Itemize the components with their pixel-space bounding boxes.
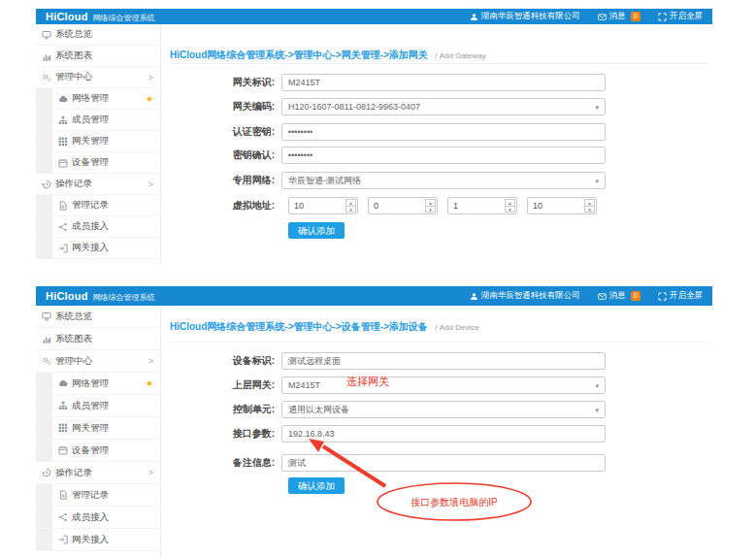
- sidebar-menu: 系统总览 系统图表 管理中心 > 网络管理 ★ 成员管理 网关管理 设备管理: [36, 24, 161, 265]
- fullscreen-toggle[interactable]: 开启全屏: [658, 290, 703, 302]
- sidebar-item-member-access[interactable]: 成员接入: [36, 216, 160, 238]
- spinner-up-button[interactable]: ▴: [585, 200, 594, 207]
- spinner-up-button[interactable]: ▴: [426, 200, 435, 207]
- sidebar-item-network-management[interactable]: 网络管理 ★: [36, 373, 160, 395]
- user-icon: [470, 292, 478, 301]
- sidebar-item-label: 网络管理: [72, 92, 109, 105]
- sidebar-item-device-management[interactable]: 设备管理: [36, 440, 160, 462]
- fullscreen-toggle[interactable]: 开启全屏: [658, 11, 703, 22]
- spinner-down-button[interactable]: ▾: [506, 207, 514, 213]
- fullscreen-label: 开启全屏: [670, 290, 703, 302]
- gateway-id-field[interactable]: [281, 74, 606, 91]
- sidebar-item-member-access[interactable]: 成员接入: [36, 507, 160, 529]
- sidebar-item-label: 操作记录: [55, 467, 92, 479]
- virtual-address-octet-3-field[interactable]: [448, 198, 504, 213]
- sidebar-item-gateway-management[interactable]: 网关管理: [36, 131, 160, 152]
- parent-gateway-select[interactable]: M2415T ▾: [281, 377, 606, 394]
- breadcrumb-path: HiCloud网络综合管理系统->管理中心->设备管理->添加设备: [170, 321, 428, 332]
- private-network-select[interactable]: 华辰智通-测试网络 ▾: [281, 172, 606, 189]
- top-navbar: HiCloud 网络综合管理系统 湖南华辰智通科技有限公司 消息 0 开启全屏: [36, 9, 712, 24]
- sidebar-item-management-center[interactable]: 管理中心 >: [36, 67, 160, 88]
- gears-icon: [42, 73, 51, 82]
- caret-down-icon: ▾: [595, 173, 599, 189]
- messages-menu[interactable]: 消息 0: [598, 11, 641, 22]
- control-unit-select[interactable]: 通用以太网设备 ▾: [281, 401, 606, 418]
- parent-gateway-value: M2415T: [288, 380, 320, 390]
- parent-gateway-label: 上层网关:: [172, 377, 275, 394]
- gears-icon: [42, 356, 51, 366]
- sidebar-item-label: 网络管理: [72, 377, 109, 390]
- gateway-id-label: 网关标识:: [172, 74, 275, 91]
- sidebar-item-label: 管理中心: [55, 355, 92, 368]
- sidebar-item-operation-log[interactable]: 操作记录 >: [36, 174, 160, 195]
- spinner-down-button[interactable]: ▾: [585, 207, 594, 213]
- interface-param-field[interactable]: [281, 425, 606, 442]
- calendar-icon: [58, 158, 68, 168]
- virtual-address-octet-4-field[interactable]: [528, 198, 583, 213]
- spinner-down-button[interactable]: ▾: [426, 207, 435, 213]
- sidebar-item-system-overview[interactable]: 系统总览: [36, 306, 160, 328]
- confirm-add-button[interactable]: 确认添加: [288, 222, 345, 239]
- virtual-address-octet-3: ▴▾: [447, 197, 517, 214]
- grid-icon: [58, 423, 68, 433]
- form-divider: [170, 63, 708, 64]
- bar-chart-icon: [42, 334, 51, 344]
- sidebar-item-member-management[interactable]: 成员管理: [36, 395, 160, 417]
- key-confirm-label: 密钥确认:: [172, 147, 275, 164]
- sidebar-item-system-charts[interactable]: 系统图表: [36, 328, 160, 350]
- account-menu[interactable]: 湖南华辰智通科技有限公司: [470, 290, 580, 302]
- gateway-code-select[interactable]: H120-1607-0811-0812-9963-0407 ▾: [281, 98, 606, 115]
- key-confirm-field[interactable]: [281, 147, 606, 164]
- caret-down-icon: ▾: [595, 377, 599, 394]
- interface-param-label: 接口参数:: [172, 425, 275, 442]
- history-icon: [42, 468, 51, 477]
- file-icon: [58, 201, 68, 211]
- virtual-address-octet-1-field[interactable]: [289, 198, 345, 213]
- gateway-code-label: 网关编码:: [172, 98, 275, 115]
- confirm-add-button[interactable]: 确认添加: [288, 477, 345, 494]
- breadcrumb-note: / Add Gateway: [435, 51, 485, 60]
- user-icon: [470, 13, 478, 21]
- virtual-address-octet-1: ▴▾: [288, 197, 358, 214]
- sidebar-item-operation-log[interactable]: 操作记录 >: [36, 462, 160, 484]
- spinner-buttons: ▴▾: [345, 199, 356, 213]
- fullscreen-label: 开启全屏: [670, 11, 703, 22]
- sidebar-item-system-overview[interactable]: 系统总览: [36, 24, 160, 46]
- sidebar-item-management-center[interactable]: 管理中心 >: [36, 350, 160, 373]
- spinner-up-button[interactable]: ▴: [506, 200, 514, 207]
- auth-key-field[interactable]: [281, 123, 606, 141]
- spinner-buttons: ▴▾: [584, 199, 595, 213]
- chevron-right-icon: >: [148, 468, 153, 477]
- sidebar-item-label: 系统总览: [55, 28, 92, 41]
- sidebar-item-gateway-access[interactable]: 网关接入: [36, 238, 160, 259]
- sign-in-icon: [58, 535, 68, 544]
- sidebar-item-gateway-access[interactable]: 网关接入: [36, 529, 160, 551]
- breadcrumb: HiCloud网络综合管理系统->管理中心->设备管理->添加设备 / Add …: [170, 316, 479, 334]
- envelope-icon: [598, 292, 607, 301]
- brand-logo[interactable]: HiCloud 网络综合管理系统: [46, 290, 155, 303]
- brand-logo[interactable]: HiCloud 网络综合管理系统: [46, 11, 155, 23]
- virtual-address-octet-2-field[interactable]: [369, 198, 424, 213]
- gateway-code-value: H120-1607-0811-0812-9963-0407: [288, 102, 420, 112]
- sidebar-item-member-management[interactable]: 成员管理: [36, 110, 160, 131]
- auth-key-label: 认证密钥:: [172, 123, 275, 141]
- messages-label: 消息: [609, 290, 626, 302]
- spinner-down-button[interactable]: ▾: [346, 207, 355, 213]
- cloud-icon: [58, 378, 68, 388]
- sidebar-item-system-charts[interactable]: 系统图表: [36, 46, 160, 67]
- messages-menu[interactable]: 消息 0: [598, 290, 641, 302]
- sidebar-item-label: 网关接入: [72, 534, 109, 546]
- messages-label: 消息: [609, 11, 626, 22]
- add-gateway-window: HiCloud 网络综合管理系统 湖南华辰智通科技有限公司 消息 0 开启全屏 …: [36, 9, 712, 265]
- sidebar-item-management-log[interactable]: 管理记录: [36, 195, 160, 216]
- sidebar-item-network-management[interactable]: 网络管理 ★: [36, 88, 160, 110]
- remark-field[interactable]: [281, 454, 606, 472]
- sidebar-item-management-log[interactable]: 管理记录: [36, 484, 160, 507]
- sidebar-item-device-management[interactable]: 设备管理: [36, 152, 160, 174]
- sidebar-item-gateway-management[interactable]: 网关管理: [36, 417, 160, 440]
- account-menu[interactable]: 湖南华辰智通科技有限公司: [470, 11, 580, 22]
- spinner-up-button[interactable]: ▴: [346, 200, 355, 207]
- brand-subtitle: 网络综合管理系统: [93, 13, 155, 23]
- share-icon: [58, 512, 68, 522]
- device-id-field[interactable]: [281, 352, 606, 370]
